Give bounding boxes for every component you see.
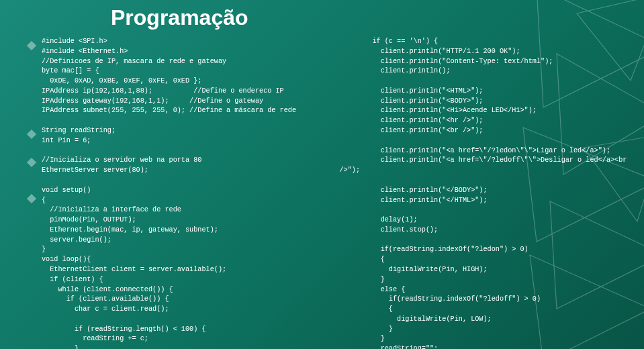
bullet-icon [27, 130, 36, 139]
code-column-right: if (c == '\n') { client.println("HTTP/1.… [340, 37, 631, 339]
bullet-icon [27, 158, 36, 167]
code-column-left: #include <SPI.h> #include <Ethernet.h> /… [42, 37, 333, 339]
slide-title: Programação [111, 5, 248, 30]
bullet-icon [27, 194, 36, 203]
slide: Programação #include <SPI.h> #include <E… [0, 0, 644, 349]
code-columns: #include <SPI.h> #include <Ethernet.h> /… [42, 37, 631, 339]
bullet-icon [27, 41, 36, 50]
